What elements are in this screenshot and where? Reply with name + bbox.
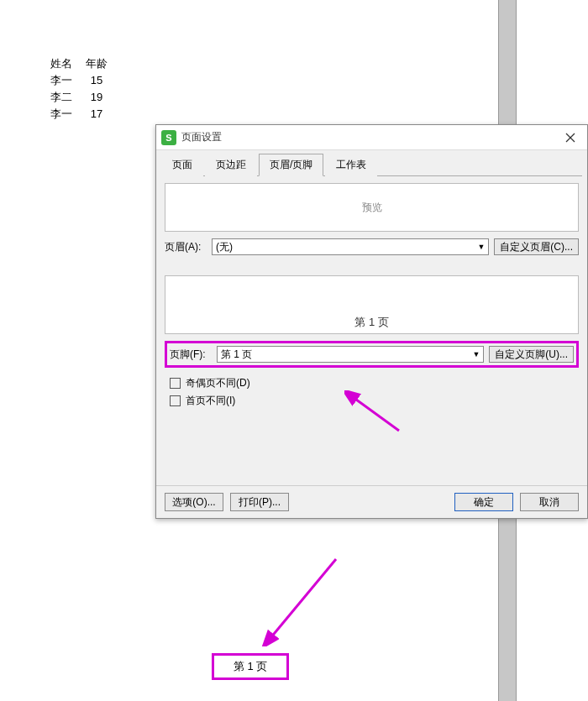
dialog-button-bar: 选项(O)... 打印(P)... 确定 取消 <box>156 485 587 518</box>
ok-button[interactable]: 确定 <box>454 493 513 511</box>
checkbox-label: 奇偶页不同(D) <box>186 376 250 390</box>
footer-preview-text: 第 1 页 <box>354 315 388 330</box>
options-button[interactable]: 选项(O)... <box>165 493 223 511</box>
checkbox-label: 首页不同(I) <box>186 394 235 408</box>
header-select[interactable]: (无) ▼ <box>212 238 489 255</box>
footer-label: 页脚(F): <box>170 348 217 362</box>
annotation-arrow-icon <box>260 554 344 646</box>
chevron-down-icon: ▼ <box>477 243 485 251</box>
page-footer-text: 第 1 页 <box>234 659 267 674</box>
dialog-title: 页面设置 <box>181 130 554 144</box>
app-icon: S <box>161 130 176 145</box>
page-footer-highlight: 第 1 页 <box>212 653 289 680</box>
svg-line-2 <box>353 397 399 431</box>
tab-page[interactable]: 页面 <box>161 154 203 176</box>
footer-preview: 第 1 页 <box>165 275 579 334</box>
header-preview: 预览 <box>165 183 579 232</box>
table-row: 李二19 <box>50 90 119 105</box>
checkbox-icon <box>170 378 181 389</box>
header-select-value: (无) <box>216 240 233 254</box>
table-row: 李一15 <box>50 73 119 88</box>
footer-select-value: 第 1 页 <box>221 348 252 362</box>
svg-line-3 <box>270 559 336 638</box>
print-button[interactable]: 打印(P)... <box>230 493 289 511</box>
col-header-age: 年龄 <box>86 56 119 71</box>
footer-select[interactable]: 第 1 页 ▼ <box>217 346 484 363</box>
custom-footer-button[interactable]: 自定义页脚(U)... <box>489 346 574 363</box>
annotation-arrow-icon <box>344 390 403 437</box>
chevron-down-icon: ▼ <box>472 350 480 358</box>
cancel-button[interactable]: 取消 <box>520 493 579 511</box>
header-row: 页眉(A): (无) ▼ 自定义页眉(C)... <box>165 238 579 255</box>
tab-bar: 页面 页边距 页眉/页脚 工作表 <box>156 150 587 176</box>
dialog-titlebar: S 页面设置 <box>156 125 587 150</box>
checkbox-icon <box>170 395 181 406</box>
page-setup-dialog: S 页面设置 页面 页边距 页眉/页脚 工作表 预览 页眉(A): (无) ▼ … <box>155 124 588 519</box>
dialog-body: 预览 页眉(A): (无) ▼ 自定义页眉(C)... 第 1 页 页脚(F):… <box>156 176 587 485</box>
footer-row-highlight: 页脚(F): 第 1 页 ▼ 自定义页脚(U)... <box>165 341 579 368</box>
tab-sheet[interactable]: 工作表 <box>325 154 377 176</box>
footer-row: 页脚(F): 第 1 页 ▼ 自定义页脚(U)... <box>170 346 574 363</box>
custom-header-button[interactable]: 自定义页眉(C)... <box>494 238 579 255</box>
tab-margins[interactable]: 页边距 <box>205 154 257 176</box>
table-row: 李一17 <box>50 107 119 122</box>
tab-header-footer[interactable]: 页眉/页脚 <box>259 154 323 176</box>
preview-label: 预览 <box>362 201 382 215</box>
close-icon[interactable] <box>554 125 587 150</box>
header-label: 页眉(A): <box>165 240 212 254</box>
checkbox-odd-even[interactable]: 奇偶页不同(D) <box>170 376 579 390</box>
table-header-row: 姓名 年龄 <box>50 56 119 71</box>
col-header-name: 姓名 <box>50 56 84 71</box>
data-table: 姓名 年龄 李一15 李二19 李一17 <box>49 55 121 123</box>
